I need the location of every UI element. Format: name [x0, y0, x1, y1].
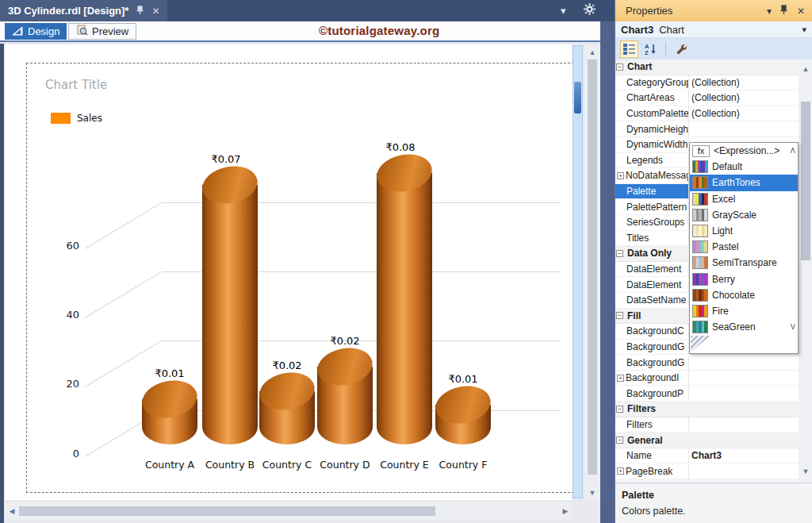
close-icon[interactable]: ✕: [151, 6, 159, 16]
property-row[interactable]: +BackgroundI: [615, 371, 799, 386]
palette-dropdown: fx <Expression...> ᐱ Default EarthTones …: [689, 142, 799, 354]
expand-icon[interactable]: +: [617, 467, 624, 475]
svg-text:Z: Z: [645, 49, 649, 55]
property-row[interactable]: BackgroundP: [615, 386, 799, 402]
horizontal-scrollbar-thumb[interactable]: [19, 506, 435, 516]
dropdown-item[interactable]: SeaGreenᐯ: [690, 319, 798, 335]
property-row[interactable]: CustomPaletteC(Collection): [615, 106, 799, 122]
collapse-icon[interactable]: −: [616, 312, 623, 319]
chevron-down-icon[interactable]: ▾: [561, 5, 566, 17]
properties-toolbar: AZ: [615, 38, 812, 60]
x-axis-label: Country A: [136, 459, 203, 471]
dropdown-item[interactable]: GrayScale: [690, 207, 798, 223]
toolbar-separator: [665, 42, 666, 56]
dropdown-item-selected[interactable]: EarthTones: [690, 175, 798, 190]
editor-left-edge: [0, 44, 4, 523]
category-row[interactable]: −General: [615, 433, 799, 448]
properties-title-bar[interactable]: Properties ▾ ✕: [615, 0, 812, 21]
chart-object[interactable]: Chart Title Sales 60 40 20 0: [26, 63, 574, 493]
property-row[interactable]: +PageBreak: [615, 463, 799, 479]
collapse-icon[interactable]: −: [616, 63, 623, 71]
categorized-view-button[interactable]: [620, 40, 638, 58]
data-label: ₹0.01: [427, 373, 499, 385]
dropdown-item[interactable]: Excel: [690, 191, 798, 207]
palette-swatch: [692, 176, 708, 189]
dropdown-item-expression[interactable]: fx <Expression...> ᐱ: [690, 143, 798, 159]
palette-swatch: [692, 321, 708, 333]
alphabetical-sort-button[interactable]: AZ: [642, 40, 660, 58]
gridline-diagonal: [85, 271, 162, 318]
property-grid-scrollbar[interactable]: ▲ ▼: [799, 60, 812, 482]
properties-panel: Properties ▾ ✕ Chart3 Chart ▾ AZ: [615, 0, 812, 523]
palette-swatch: [692, 273, 708, 286]
category-row[interactable]: −Chart: [615, 60, 799, 75]
dropdown-item[interactable]: SemiTranspare: [690, 255, 798, 271]
vertical-scrollbar-thumb[interactable]: [588, 60, 597, 475]
editor-vertical-scrollbar[interactable]: ▲ ▼: [584, 45, 600, 500]
legend-color-swatch: [51, 113, 71, 124]
collapse-icon[interactable]: −: [616, 436, 623, 444]
expand-icon[interactable]: +: [617, 172, 624, 179]
property-row[interactable]: ChartAreas(Collection): [615, 90, 799, 106]
palette-swatch: [692, 225, 708, 237]
category-row[interactable]: −Filters: [615, 402, 799, 417]
dropdown-scroll-up-icon[interactable]: ᐱ: [791, 147, 795, 155]
dropdown-item[interactable]: Light: [690, 223, 798, 239]
dropdown-item[interactable]: Fire: [690, 303, 798, 319]
pin-icon[interactable]: [136, 6, 144, 17]
scroll-right-icon[interactable]: ▶: [560, 507, 571, 515]
palette-swatch: [692, 256, 708, 269]
property-row[interactable]: BackgroundG: [615, 355, 799, 371]
scroll-up-icon[interactable]: ▲: [799, 65, 812, 73]
dropdown-item[interactable]: Pastel: [690, 239, 798, 255]
palette-swatch: [692, 305, 708, 317]
property-row[interactable]: DynamicHeight: [615, 121, 799, 137]
chart-title[interactable]: Chart Title: [45, 78, 107, 92]
pane-splitter[interactable]: [600, 21, 615, 523]
object-name: Chart3: [621, 24, 653, 36]
pin-icon[interactable]: [779, 5, 788, 17]
document-tab[interactable]: 3D Cylinder.rdl [Design]* ✕: [0, 0, 167, 21]
close-icon[interactable]: ✕: [797, 6, 805, 17]
description-text: Colors palette.: [622, 506, 812, 517]
watermark-text: ©tutorialgateway.org: [319, 24, 439, 37]
preview-label: Preview: [92, 25, 128, 37]
editor-horizontal-scrollbar[interactable]: ◀ ▶: [5, 502, 573, 520]
selected-object-selector[interactable]: Chart3 Chart ▾: [615, 21, 812, 38]
palette-swatch: [692, 193, 708, 206]
collapse-icon[interactable]: −: [616, 250, 623, 257]
dropdown-item[interactable]: Default: [690, 159, 798, 175]
gridline-diagonal: [85, 202, 162, 249]
data-label: ₹0.02: [309, 335, 381, 347]
y-axis-tick: 60: [38, 240, 79, 252]
gear-icon[interactable]: [584, 3, 596, 17]
report-canvas[interactable]: Chart Title Sales 60 40 20 0: [5, 44, 572, 500]
property-pages-button[interactable]: [672, 40, 690, 58]
dropdown-scroll-down-icon[interactable]: ᐯ: [791, 323, 795, 331]
scroll-left-icon[interactable]: ◀: [6, 507, 17, 515]
design-label: Design: [28, 25, 59, 37]
collapse-icon[interactable]: −: [616, 406, 623, 413]
property-row-name[interactable]: NameChart3: [615, 448, 799, 464]
grid-scrollbar-thumb[interactable]: [801, 102, 810, 260]
x-axis-label: Country E: [371, 459, 438, 471]
chevron-down-icon: ▾: [802, 25, 806, 35]
property-row[interactable]: CategoryGroups(Collection): [615, 75, 799, 91]
resize-grip[interactable]: [691, 336, 710, 352]
scroll-down-icon[interactable]: ▼: [584, 489, 600, 497]
design-icon: [12, 25, 24, 38]
preview-tab-button[interactable]: Preview: [68, 23, 136, 40]
x-axis-label: Country D: [312, 459, 378, 471]
dropdown-item[interactable]: Berry: [690, 271, 798, 287]
expand-icon[interactable]: +: [617, 375, 624, 382]
design-tab-button[interactable]: Design: [5, 23, 67, 40]
inner-scrollbar[interactable]: [573, 45, 583, 498]
dropdown-item[interactable]: Chocolate: [690, 287, 798, 303]
x-axis-label: Country C: [254, 459, 320, 471]
scroll-up-icon[interactable]: ▲: [584, 48, 600, 56]
inner-scrollbar-thumb[interactable]: [574, 82, 581, 113]
property-row[interactable]: Filters: [615, 417, 799, 433]
x-axis-label: Country F: [430, 459, 496, 471]
scroll-down-icon[interactable]: ▼: [799, 467, 812, 475]
window-menu-icon[interactable]: ▾: [767, 6, 772, 17]
